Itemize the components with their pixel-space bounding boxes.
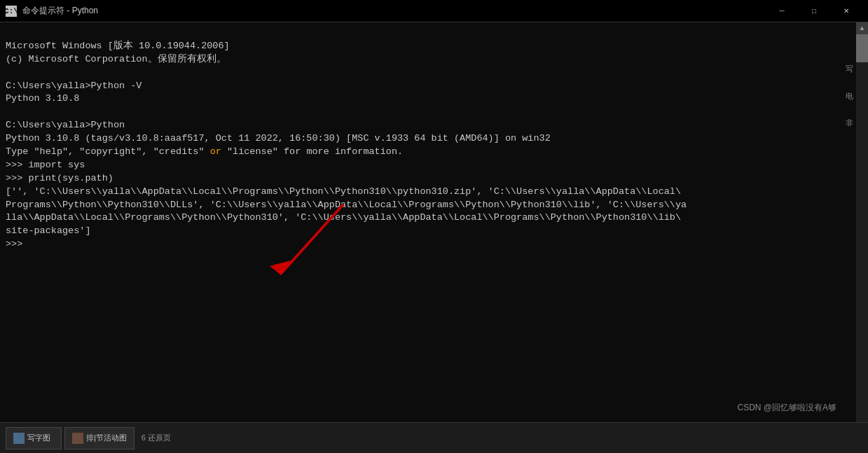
title-bar: C:\ 命令提示符 - Python ─ □ ✕	[0, 0, 868, 22]
line-14: >>>	[6, 239, 22, 249]
line-7: Type "help", "copyright", "credits" or "…	[6, 146, 403, 157]
line-11: Programs\\Python\\Python310\\DLLs', 'C:\…	[6, 200, 687, 210]
line-13: site-packages']	[6, 225, 91, 236]
taskbar-item-1[interactable]: 写字图	[6, 427, 62, 449]
line-10: ['', 'C:\\Users\\yalla\\AppData\\Local\\…	[6, 186, 681, 197]
minimize-icon: ─	[779, 7, 784, 15]
line-5: C:\Users\yalla>Python	[6, 120, 125, 130]
line-8: >>> import sys	[6, 160, 85, 170]
close-icon: ✕	[843, 7, 849, 15]
console-main[interactable]: Microsoft Windows [版本 10.0.19044.2006] (…	[0, 22, 856, 453]
close-button[interactable]: ✕	[830, 0, 862, 22]
side-labels-container: 写 电 非	[843, 56, 856, 115]
minimize-button[interactable]: ─	[766, 0, 798, 22]
taskbar-icon-2	[72, 433, 83, 444]
line-9: >>> print(sys.path)	[6, 173, 113, 183]
scrollbar-thumb[interactable]	[856, 34, 868, 62]
line-6: Python 3.10.8 (tags/v3.10.8:aaaf517, Oct…	[6, 133, 551, 144]
scrollbar-thumb-area	[856, 34, 868, 441]
taskbar-item-2[interactable]: 排|节活动图	[64, 427, 135, 449]
line-12: lla\\AppData\\Local\\Programs\\Python\\P…	[6, 212, 681, 223]
title-bar-left: C:\ 命令提示符 - Python	[6, 5, 98, 17]
app-icon: C:\	[6, 6, 17, 17]
console-wrapper: Microsoft Windows [版本 10.0.19044.2006] (…	[0, 22, 868, 453]
side-label-3: 非	[843, 109, 856, 115]
line-4: Python 3.10.8	[6, 93, 79, 104]
taskbar-separator-text: 6 还原页	[137, 433, 175, 443]
taskbar-label-2: 排|节活动图	[86, 433, 127, 443]
taskbar-icon-1	[13, 433, 25, 444]
scrollbar-up-button[interactable]: ▲	[856, 22, 868, 34]
scrollbar-track[interactable]: ▲ ▼	[856, 22, 868, 453]
line-1: Microsoft Windows [版本 10.0.19044.2006]	[6, 41, 230, 51]
line-3: C:\Users\yalla>Python -V	[6, 81, 142, 91]
line-2: (c) Microsoft Corporation。保留所有权利。	[6, 54, 226, 64]
maximize-button[interactable]: □	[798, 0, 830, 22]
maximize-icon: □	[812, 7, 816, 15]
side-label-2: 电	[843, 83, 856, 88]
console-output: Microsoft Windows [版本 10.0.19044.2006] (…	[6, 27, 850, 265]
window-controls: ─ □ ✕	[766, 0, 862, 22]
window-title: 命令提示符 - Python	[22, 5, 98, 17]
taskbar: 写字图 排|节活动图 6 还原页	[0, 422, 868, 453]
side-label-1: 写	[843, 56, 856, 62]
taskbar-label-1: 写字图	[27, 433, 50, 443]
watermark: CSDN @回忆够啦没有A够	[737, 402, 836, 414]
